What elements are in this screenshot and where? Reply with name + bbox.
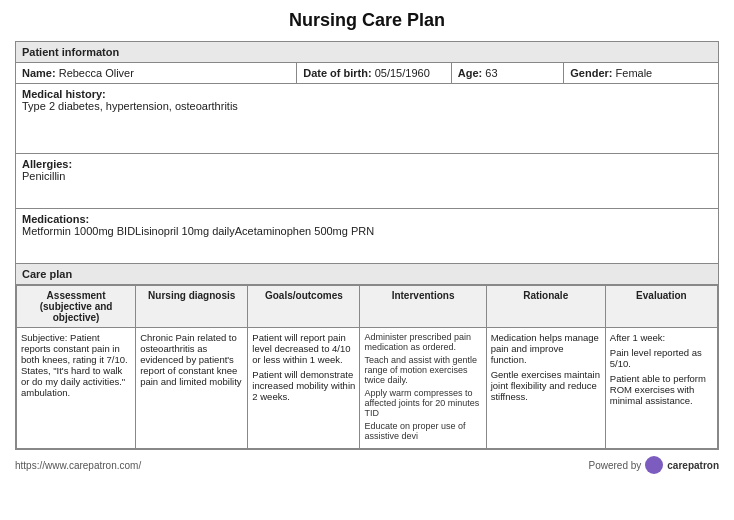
dob-label: Date of birth: [303, 67, 371, 79]
care-plan-content-cell: Assessment (subjective and objective) Nu… [16, 285, 719, 450]
allergies-label: Allergies: [22, 158, 712, 170]
medical-history-cell: Medical history: Type 2 diabetes, hypert… [16, 84, 719, 154]
name-label: Name: [22, 67, 56, 79]
table-row: Subjective: Patient reports constant pai… [17, 328, 718, 449]
patient-info-header: Patient informaton [16, 42, 719, 63]
medical-history-label: Medical history: [22, 88, 712, 100]
care-plan-header: Care plan [16, 264, 719, 285]
powered-by-text: Powered by [589, 460, 642, 471]
brand-name: carepatron [667, 460, 719, 471]
footer: https://www.carepatron.com/ Powered by c… [15, 456, 719, 474]
medications-value: Metformin 1000mg BIDLisinopril 10mg dail… [22, 225, 712, 237]
goals-cell: Patient will report pain level decreased… [248, 328, 360, 449]
col-nursing-diagnosis: Nursing diagnosis [136, 286, 248, 328]
nursing-diagnosis-cell: Chronic Pain related to osteoarthritis a… [136, 328, 248, 449]
medications-row: Medications: Metformin 1000mg BIDLisinop… [16, 209, 719, 264]
patient-gender-cell: Gender: Female [564, 63, 719, 84]
evaluation-cell: After 1 week:Pain level reported as 5/10… [605, 328, 717, 449]
age-label: Age: [458, 67, 482, 79]
age-value: 63 [485, 67, 497, 79]
col-rationale: Rationale [486, 286, 605, 328]
col-goals: Goals/outcomes [248, 286, 360, 328]
name-value: Rebecca Oliver [59, 67, 134, 79]
interventions-cell: Administer prescribed pain medication as… [360, 328, 486, 449]
patient-dob-cell: Date of birth: 05/15/1960 [297, 63, 452, 84]
col-evaluation: Evaluation [605, 286, 717, 328]
medications-cell: Medications: Metformin 1000mg BIDLisinop… [16, 209, 719, 264]
care-plan-columns-row: Assessment (subjective and objective) Nu… [17, 286, 718, 328]
patient-age-cell: Age: 63 [451, 63, 563, 84]
carepatron-icon [645, 456, 663, 474]
care-plan-inner-table: Assessment (subjective and objective) Nu… [16, 285, 718, 449]
care-plan-content-row: Assessment (subjective and objective) Nu… [16, 285, 719, 450]
patient-info-header-row: Patient informaton [16, 42, 719, 63]
patient-demographics-row: Name: Rebecca Oliver Date of birth: 05/1… [16, 63, 719, 84]
medical-history-row: Medical history: Type 2 diabetes, hypert… [16, 84, 719, 154]
col-assessment: Assessment (subjective and objective) [17, 286, 136, 328]
patient-name-cell: Name: Rebecca Oliver [16, 63, 297, 84]
footer-url[interactable]: https://www.carepatron.com/ [15, 460, 141, 471]
carepatron-logo: Powered by carepatron [589, 456, 720, 474]
medical-history-value: Type 2 diabetes, hypertension, osteoarth… [22, 100, 712, 112]
nursing-care-plan-table: Patient informaton Name: Rebecca Oliver … [15, 41, 719, 450]
care-plan-header-row: Care plan [16, 264, 719, 285]
gender-value: Female [616, 67, 653, 79]
gender-label: Gender: [570, 67, 612, 79]
assessment-cell: Subjective: Patient reports constant pai… [17, 328, 136, 449]
allergies-row: Allergies: Penicillin [16, 154, 719, 209]
allergies-cell: Allergies: Penicillin [16, 154, 719, 209]
col-interventions: Interventions [360, 286, 486, 328]
dob-value: 05/15/1960 [375, 67, 430, 79]
rationale-cell: Medication helps manage pain and improve… [486, 328, 605, 449]
medications-label: Medications: [22, 213, 712, 225]
page-title: Nursing Care Plan [15, 10, 719, 31]
allergies-value: Penicillin [22, 170, 712, 182]
